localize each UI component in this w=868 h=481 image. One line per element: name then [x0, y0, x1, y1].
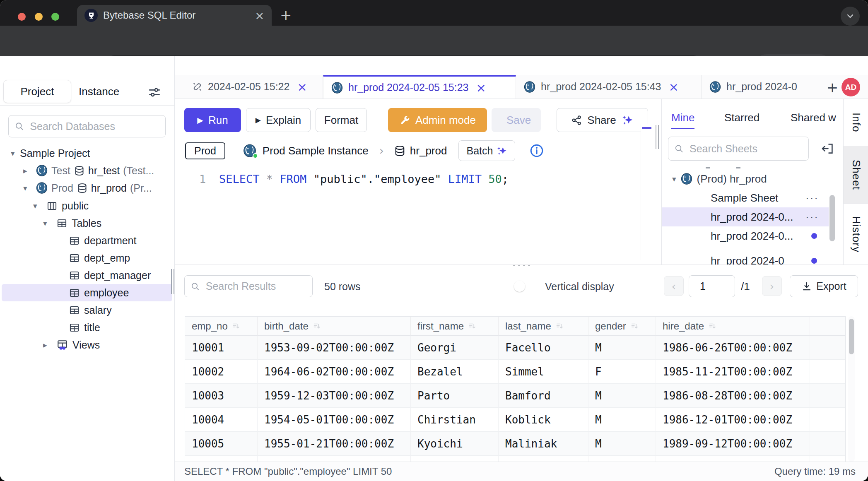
sheet-item-clipped[interactable]: hr_prod 2024-0 [662, 251, 829, 265]
database-search[interactable] [8, 115, 166, 137]
tab-instance[interactable]: Instance [79, 80, 119, 103]
results-scrollbar[interactable] [848, 316, 855, 462]
batch-button[interactable]: Batch [458, 140, 515, 161]
caret-right-icon[interactable]: ▸ [43, 340, 52, 349]
sheet-search[interactable] [668, 137, 809, 161]
close-tab-icon[interactable]: × [297, 80, 307, 94]
sort-icon[interactable] [313, 322, 322, 331]
tree-database-hr-prod[interactable]: ▾ Prod hr_prod (Pr... [0, 179, 175, 197]
save-button[interactable]: Save [492, 108, 541, 132]
tab-shared[interactable]: Shared w [791, 111, 836, 124]
sheet-item-unsaved[interactable]: hr_prod 2024-0... [662, 226, 829, 245]
sheet-menu-icon[interactable]: ··· [805, 192, 819, 204]
tree-table-department[interactable]: department [0, 232, 175, 249]
page-number-input[interactable] [689, 275, 735, 297]
tab-history[interactable]: History [844, 204, 868, 265]
column-header[interactable]: birth_date [258, 317, 411, 336]
import-sheet-icon[interactable] [820, 142, 834, 157]
sheet-item-sample[interactable]: Sample Sheet ··· [662, 188, 829, 207]
format-button[interactable]: Format [316, 108, 367, 132]
caret-down-icon[interactable]: ▾ [23, 183, 32, 192]
tree-schema-public[interactable]: ▾ public [0, 197, 175, 214]
share-button[interactable]: Share [557, 108, 648, 132]
caret-down-icon[interactable]: ▾ [43, 219, 52, 228]
sort-icon[interactable] [555, 322, 564, 331]
tab-starred[interactable]: Starred [724, 111, 760, 124]
tree-tables-group[interactable]: ▾ Tables [0, 214, 175, 232]
column-header[interactable]: emp_no [185, 317, 258, 336]
database-name[interactable]: hr_prod [410, 144, 447, 157]
window-minimize-button[interactable] [35, 13, 43, 21]
window-close-button[interactable] [18, 13, 26, 21]
worksheet-tab-1[interactable]: 2024-02-05 15:22 × [184, 75, 323, 99]
column-header[interactable]: hire_date [656, 317, 810, 336]
instance-name[interactable]: Prod Sample Instance [263, 144, 369, 157]
environment-chip[interactable]: Prod [185, 142, 225, 159]
sort-icon[interactable] [232, 322, 241, 331]
caret-right-icon[interactable]: ▸ [23, 166, 32, 175]
sort-icon[interactable] [468, 322, 477, 331]
splitter-handle[interactable] [506, 265, 536, 267]
tree-table-dept-manager[interactable]: dept_manager [0, 267, 175, 284]
column-header[interactable]: last_name [499, 317, 588, 336]
new-tab-icon[interactable]: + [280, 7, 292, 23]
sheet-group-row[interactable]: ▾ (Prod) hr_prod [662, 169, 829, 188]
table-row[interactable]: 100051955-01-21T00:00:00ZKyoichiMaliniak… [185, 432, 845, 456]
sidebar-resize-handle[interactable] [171, 269, 174, 294]
tab-search-chevron-icon[interactable] [841, 7, 860, 26]
sheet-search-input[interactable] [689, 142, 803, 155]
tree-table-title[interactable]: title [0, 319, 175, 336]
worksheet-tab-3[interactable]: hr_prod 2024-02-05 15:43 × [516, 75, 702, 99]
sheet-item-selected[interactable]: hr_prod 2024-0... ··· [662, 207, 829, 226]
tree-table-employee-selected[interactable]: employee [2, 284, 172, 301]
sql-code-line[interactable]: SELECT * FROM "public"."employee" LIMIT … [219, 173, 509, 185]
info-icon[interactable] [529, 143, 544, 158]
next-page-button[interactable]: › [762, 276, 782, 296]
tree-database-hr-test[interactable]: ▸ Test hr_test (Test... [0, 162, 175, 179]
user-avatar[interactable]: AD [841, 78, 860, 96]
ai-sparkle-icon[interactable] [621, 114, 634, 126]
browser-tab[interactable]: Bytebase SQL Editor × [77, 5, 272, 26]
results-search[interactable] [184, 275, 313, 297]
filter-sliders-icon[interactable] [147, 85, 162, 101]
window-zoom-button[interactable] [51, 13, 59, 21]
table-row[interactable]: 100021964-06-02T00:00:00ZBezalelSimmelF1… [185, 360, 845, 384]
caret-down-icon[interactable]: ▾ [11, 149, 20, 158]
sheet-scrollbar[interactable] [829, 195, 835, 241]
unsaved-dot [811, 233, 817, 239]
worksheet-tab-4[interactable]: hr_prod 2024-0 [702, 75, 821, 99]
tab-mine[interactable]: Mine [671, 111, 694, 124]
close-tab-icon[interactable]: × [669, 80, 679, 94]
tree-table-dept-emp[interactable]: dept_emp [0, 249, 175, 267]
worksheet-tab-2-active[interactable]: hr_prod 2024-02-05 15:23 × [323, 75, 516, 99]
table-row[interactable]: 100031959-12-03T00:00:00ZPartoBamfordM19… [185, 384, 845, 408]
add-worksheet-icon[interactable]: + [823, 78, 841, 96]
column-header[interactable]: first_name [411, 317, 499, 336]
caret-down-icon[interactable]: ▾ [33, 201, 42, 210]
tree-views-group[interactable]: ▸ Views [0, 336, 175, 354]
table-row[interactable]: 100011953-09-02T00:00:00ZGeorgiFacelloM1… [185, 336, 845, 360]
tab-project[interactable]: Project [3, 80, 71, 103]
explain-button[interactable]: ▶ Explain [246, 108, 311, 132]
table-row[interactable]: 100061953-04-20T00:00:00ZAnnekePreusigF1… [185, 456, 845, 462]
close-tab-icon[interactable]: × [476, 81, 486, 95]
schema-name: public [62, 200, 89, 212]
tree-project-row[interactable]: ▾ Sample Project [0, 144, 175, 162]
tree-table-salary[interactable]: salary [0, 301, 175, 319]
sort-icon[interactable] [708, 322, 717, 331]
database-search-input[interactable] [29, 120, 159, 133]
sheet-menu-icon[interactable]: ··· [805, 211, 819, 224]
admin-mode-button[interactable]: Admin mode [388, 108, 487, 132]
export-button[interactable]: Export [790, 275, 858, 297]
caret-down-icon[interactable]: ▾ [672, 174, 676, 183]
run-button[interactable]: ▶ Run [184, 108, 241, 132]
tab-sheet-active[interactable]: Sheet [844, 146, 868, 204]
results-search-input[interactable] [205, 280, 306, 293]
sort-icon[interactable] [630, 322, 639, 331]
table-row[interactable]: 100041954-05-01T00:00:00ZChirstianKoblic… [185, 408, 845, 432]
panel-resize-handle[interactable] [656, 125, 659, 149]
column-header[interactable]: gender [588, 317, 656, 336]
tab-close-icon[interactable]: × [255, 9, 264, 22]
prev-page-button[interactable]: ‹ [664, 276, 684, 296]
tab-info[interactable]: Info [844, 99, 868, 146]
